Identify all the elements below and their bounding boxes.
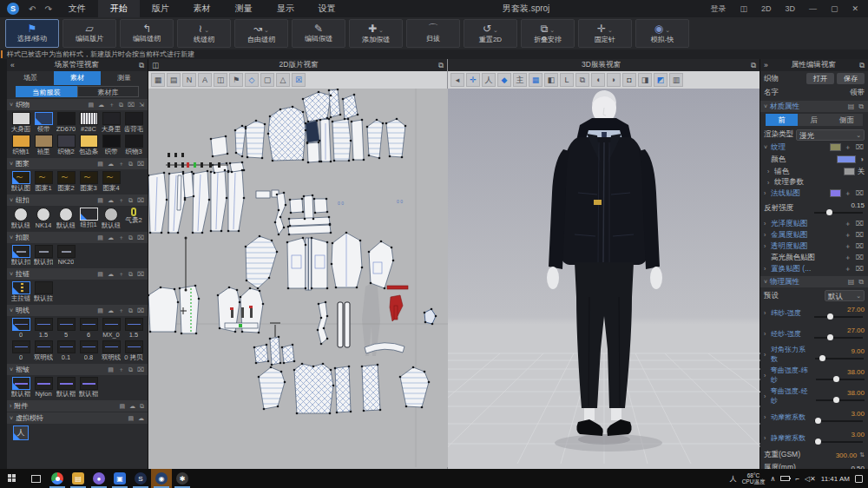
reflect-value[interactable]: 0.15 (814, 201, 865, 209)
section-fabric[interactable]: ˅ 织物 ▤ ☁ ＋ ⧉ ⌧ ⇲ (7, 99, 148, 110)
save-disk-icon[interactable]: ⧉ (858, 102, 865, 111)
zipper-item-selected[interactable]: 主拉链 (10, 281, 32, 302)
topstitch-item[interactable]: MX_0 (100, 318, 122, 339)
button-item[interactable]: 气囊2 (122, 208, 145, 229)
garment-small-icon[interactable]: ▢ (260, 73, 274, 87)
redo-icon[interactable]: ↷ (40, 4, 56, 14)
garment-3d-canvas[interactable] (448, 89, 760, 469)
cloud-icon[interactable]: ☁ (137, 415, 145, 422)
open-button[interactable]: 打开 (806, 73, 834, 84)
section-avatar[interactable]: ˅ 虚拟模特 ▤ ☁ (7, 412, 148, 424)
folder-icon[interactable]: ▤ (87, 102, 95, 109)
section-attachment[interactable]: › 附件 ▤ ☁ ⧉ (7, 400, 148, 412)
button-item-selected[interactable]: 纽扣1 (77, 208, 100, 229)
fabric-item[interactable]: 织物1 (10, 135, 32, 155)
button-item[interactable]: NK14 (32, 208, 55, 229)
text-a-icon[interactable]: A (198, 73, 212, 87)
battery-icon[interactable] (780, 476, 790, 481)
folder-icon[interactable]: ▤ (127, 415, 135, 422)
popout-icon[interactable]: ⧉ (751, 61, 756, 70)
panel-corner-icon[interactable]: ◫ (152, 61, 159, 69)
section-pleat[interactable]: ˅ 褶皱 ▤ ＋ ⧉ ⌧ (7, 364, 148, 375)
secondary-swatch[interactable] (844, 168, 855, 175)
popout-icon[interactable]: ⧉ (859, 61, 865, 70)
folder-icon[interactable]: ▤ (96, 271, 104, 278)
trash-icon[interactable]: ⌧ (855, 189, 865, 197)
copy-icon[interactable]: ⧉ (128, 161, 134, 168)
fabric-item[interactable]: 袖里 (32, 135, 55, 155)
trash-icon[interactable]: ⌧ (136, 161, 145, 168)
stack-icon[interactable]: ⧉ (575, 73, 589, 87)
reflect-slider[interactable] (814, 212, 863, 214)
normal-map-swatch[interactable] (830, 189, 841, 197)
topstitch-item[interactable]: 双明线 (32, 340, 55, 361)
tool-shrink[interactable]: ⌒ 归拔 (406, 19, 460, 48)
topstitch-item-selected[interactable]: 0 (10, 318, 32, 339)
window-icon[interactable]: ◩ (654, 73, 667, 87)
topstitch-item[interactable]: 双明线 (100, 340, 122, 361)
trash-icon[interactable]: ⌧ (136, 366, 145, 373)
texture-row[interactable]: ˅ 纹理 ＋ ⌧ (760, 142, 868, 153)
taskbar-app-media[interactable]: ● (89, 469, 109, 488)
topstitch-item[interactable]: 1.5 (122, 318, 145, 339)
tray-chevron-icon[interactable]: ∧ (770, 475, 775, 483)
trash-icon[interactable]: ⌧ (855, 220, 865, 228)
zipper-item[interactable]: 默认拉 (32, 281, 55, 302)
subtab-current-garment[interactable]: 当前服装 (16, 86, 77, 97)
topstitch-item[interactable]: 5 (55, 318, 77, 339)
gsm-value[interactable]: 300.00 (836, 452, 857, 459)
folder-icon[interactable]: ▤ (96, 234, 104, 241)
maximize-button[interactable]: ▢ (825, 4, 845, 13)
section-zipper[interactable]: ˅ 拉链 ▤ ☁ ＋ ⧉ ⌧ (7, 268, 148, 280)
cloud-icon[interactable]: ☁ (128, 403, 136, 410)
tab-side[interactable]: 侧面 (831, 114, 863, 126)
tool-edit-pattern[interactable]: ▱ 编辑版片 (62, 19, 116, 48)
add-icon[interactable]: ＋ (844, 230, 852, 240)
taskbar-app-explorer[interactable]: ▤ (68, 469, 89, 488)
tool-edit-sewing[interactable]: ↰ 编辑缝纫 (120, 19, 174, 48)
add-icon[interactable]: ＋ (844, 188, 852, 198)
taskbar-app-blue[interactable]: ▣ (109, 469, 130, 488)
section-topstitch[interactable]: ˅ 明线 ▤ ☁ ＋ ⧉ ⌧ (7, 305, 148, 316)
color-picker-icon[interactable]: ◑ (858, 155, 865, 163)
tool-edit-baste[interactable]: ✎ 编辑假缝 (292, 19, 345, 48)
sheet-icon[interactable]: △ (276, 73, 290, 87)
minimize-button[interactable]: — (803, 4, 823, 13)
folder-icon[interactable]: ▤ (96, 197, 104, 204)
volume-muted-icon[interactable]: ◁✕ (805, 475, 816, 483)
section-pattern[interactable]: ˅ 图案 ▤ ☁ ＋ ⧉ ⌧ (7, 158, 148, 169)
name-value[interactable]: 领带 (850, 88, 865, 98)
button-item[interactable]: 默认纽 (55, 208, 77, 229)
section-button[interactable]: ˅ 纽扣 ▤ ☁ ＋ ⧉ ⌧ (7, 195, 148, 206)
topstitch-item[interactable]: 0.1 (55, 340, 77, 361)
add-icon[interactable]: ＋ (844, 253, 852, 262)
add-icon[interactable]: ＋ (844, 142, 852, 152)
cloud-icon[interactable]: ☁ (107, 234, 115, 241)
shoe-1-icon[interactable]: ◖ (591, 73, 605, 87)
add-icon[interactable]: ＋ (844, 264, 852, 274)
clock[interactable]: 11:41 AM (821, 475, 850, 483)
gloss-map-row[interactable]: ›光泽度贴图 ＋ ⌧ (760, 218, 868, 229)
text-n-icon[interactable]: N (182, 73, 196, 87)
preset-select[interactable]: 默认⌄ (825, 290, 865, 301)
add-icon[interactable]: ＋ (844, 241, 852, 251)
fabric-item[interactable]: 包边条 (77, 135, 100, 155)
tab-scene[interactable]: 场景 (7, 71, 54, 85)
topstitch-item[interactable]: 0 拷贝 (122, 340, 145, 361)
folder-icon[interactable]: ▤ (118, 403, 126, 410)
mesh-cube-icon[interactable]: ▦ (529, 73, 542, 87)
tab-front[interactable]: 前 (766, 114, 798, 126)
specular-map-row[interactable]: 高光颜色贴图 ＋ ⌧ (760, 252, 868, 263)
button-item[interactable]: 默认纽 (100, 208, 122, 229)
tab-back[interactable]: 后 (798, 114, 830, 126)
avatar-show-icon[interactable]: ◆ (497, 73, 511, 87)
menu-display[interactable]: 显示 (265, 0, 306, 17)
metal-map-row[interactable]: ›金属度贴图 ＋ ⌧ (760, 229, 868, 241)
fabric-item[interactable]: 织物3 (122, 135, 145, 155)
menu-file[interactable]: 文件 (56, 0, 98, 17)
copy-icon[interactable]: ⧉ (128, 366, 134, 373)
move-pin-icon[interactable]: ✛ (466, 73, 480, 87)
fabric-item[interactable]: 大身面 (10, 112, 32, 133)
garment-a-icon[interactable]: ◧ (544, 73, 558, 87)
normal-map-row[interactable]: › 法线贴图 ＋ ⌧ (760, 188, 868, 199)
